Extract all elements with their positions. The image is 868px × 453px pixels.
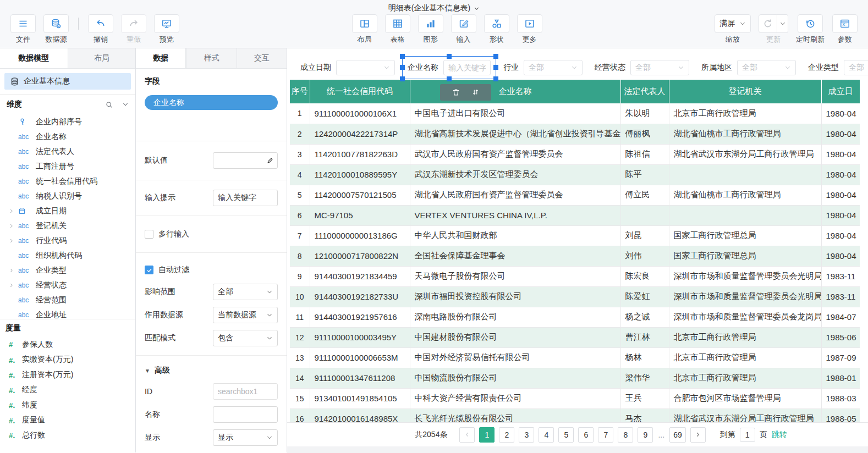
update-button[interactable]: 更新 [759, 14, 788, 45]
selection-handle[interactable] [493, 65, 498, 70]
selection-handle[interactable] [493, 76, 498, 81]
inspector-tab-交互[interactable]: 交互 [237, 48, 287, 68]
keyword-search-input[interactable] [443, 60, 491, 75]
filter-select[interactable]: 全部 [737, 60, 796, 75]
report-canvas[interactable]: 成立日期企业名称行业全部经营状态全部所属地区全部企业类型全部 序号统一社会信用代… [287, 48, 868, 452]
multiline-checkbox-row[interactable]: 多行输入 [145, 226, 278, 242]
checkbox-checked-icon[interactable] [145, 266, 153, 274]
chevron-right-icon[interactable] [9, 283, 15, 288]
datasource-btn-face[interactable] [43, 14, 69, 33]
dimension-field[interactable]: abc经营状态 [0, 278, 135, 292]
default-value-input[interactable] [213, 152, 278, 169]
chevron-right-icon[interactable] [9, 238, 15, 244]
widget-name-field[interactable] [213, 406, 278, 423]
page-button-5[interactable]: 5 [558, 427, 574, 443]
measure-field[interactable]: #.总行数 [0, 428, 135, 443]
match-mode-select[interactable]: 包含 [213, 330, 278, 346]
filter-select[interactable] [336, 60, 395, 75]
inspector-tab-数据[interactable]: 数据 [136, 48, 186, 68]
dimension-field[interactable]: abc纳税人识别号 [0, 189, 135, 203]
update-split-button[interactable] [759, 14, 788, 33]
zoom-button[interactable]: 满屏缩放 [715, 14, 751, 45]
page-button-1[interactable]: 1 [479, 427, 495, 443]
measure-field[interactable]: #.纬度 [0, 397, 135, 413]
dimension-field[interactable]: abc统一社会信用代码 [0, 174, 135, 189]
page-button-6[interactable]: 6 [578, 427, 594, 443]
sidebar-tab-数据模型[interactable]: 数据模型 [0, 48, 68, 68]
chevron-right-icon[interactable] [9, 223, 15, 229]
dimension-field[interactable]: 成立日期 [0, 203, 135, 218]
layout-button[interactable]: 布局 [352, 14, 377, 45]
dimension-field[interactable]: abc组织机构代码 [0, 248, 135, 263]
filter-select[interactable]: 全部 [630, 60, 689, 75]
swap-icon[interactable] [471, 88, 480, 96]
input-btn-face[interactable] [451, 14, 476, 33]
scope-select[interactable]: 全部 [213, 284, 278, 300]
trash-icon[interactable] [452, 88, 460, 97]
page-button-2[interactable]: 2 [499, 427, 514, 443]
data-table[interactable]: 序号统一社会信用代码企业名称法定代表人登记机关成立日 1911100001000… [290, 80, 860, 422]
selection-handle[interactable] [400, 76, 405, 81]
measure-field[interactable]: #.度量值 [0, 413, 135, 428]
goto-page-input[interactable] [740, 428, 755, 442]
report-title-bar[interactable]: 明细表(企业基本信息表) [0, 0, 868, 14]
chevron-down-icon[interactable] [777, 14, 788, 33]
autofilter-checkbox-row[interactable]: 自动过滤 [145, 262, 278, 278]
filter-select[interactable]: 全部 [844, 60, 868, 75]
dimension-field[interactable]: abc法定代表人 [0, 144, 135, 159]
page-button-3[interactable]: 3 [519, 427, 534, 443]
column-header[interactable]: 统一社会信用代码 [310, 80, 410, 103]
last-page-button[interactable]: 69 [669, 427, 686, 443]
table-btn-face[interactable] [385, 14, 410, 33]
sidebar-tab-布局[interactable]: 布局 [68, 48, 136, 68]
apply-datasource-select[interactable]: 当前数据源 [213, 307, 278, 323]
redo-button[interactable]: 重做 [121, 14, 146, 45]
measure-field[interactable]: #参保人数 [0, 337, 135, 352]
zoom-dropdown[interactable]: 满屏 [715, 14, 751, 33]
column-header[interactable]: 序号 [290, 80, 310, 103]
timed-refresh-button[interactable]: 定时刷新 [796, 14, 825, 45]
chart-button[interactable]: 图形 [418, 14, 443, 45]
selection-handle[interactable] [400, 54, 405, 59]
inspector-tab-样式[interactable]: 样式 [186, 48, 236, 68]
params-btn-face[interactable]: X= [832, 14, 858, 33]
input-hint-field[interactable] [213, 190, 278, 206]
input-button[interactable]: 输入 [451, 14, 476, 45]
next-page-button[interactable] [690, 427, 706, 443]
shape-button[interactable]: 形状 [484, 14, 509, 45]
dimension-field[interactable]: abc企业地址 [0, 307, 135, 319]
layout-btn-face[interactable] [352, 14, 377, 33]
more-btn-face[interactable] [517, 14, 542, 33]
datasource-button[interactable]: 数据源 [43, 14, 69, 45]
chart-btn-face[interactable] [418, 14, 443, 33]
table-button[interactable]: 表格 [385, 14, 410, 45]
dimension-field[interactable]: abc经营范围 [0, 292, 135, 307]
file-btn-face[interactable] [10, 14, 36, 33]
sidebar-item-dataset[interactable]: 企业基本信息 [4, 73, 131, 90]
dimension-field[interactable]: abc行业代码 [0, 233, 135, 248]
more-button[interactable]: 更多 [517, 14, 542, 45]
refresh-icon[interactable] [759, 14, 777, 33]
selection-handle[interactable] [447, 54, 452, 59]
preview-btn-face[interactable] [154, 14, 179, 33]
selection-handle[interactable] [493, 54, 498, 59]
chevron-right-icon[interactable] [9, 268, 15, 273]
checkbox-unchecked-icon[interactable] [145, 230, 153, 239]
dimension-field[interactable]: abc工商注册号 [0, 159, 135, 174]
measure-field[interactable]: #.经度 [0, 383, 135, 398]
page-button-8[interactable]: 8 [618, 427, 633, 443]
search-icon[interactable] [105, 101, 113, 109]
shape-btn-face[interactable] [484, 14, 509, 33]
page-button-7[interactable]: 7 [598, 427, 613, 443]
measure-field[interactable]: #.注册资本(万元) [0, 367, 135, 383]
column-header[interactable]: 登记机关 [669, 80, 821, 103]
selection-handle[interactable] [400, 65, 405, 70]
filter-select[interactable]: 全部 [524, 60, 583, 75]
undo-btn-face[interactable] [88, 14, 113, 33]
measure-field[interactable]: #.实缴资本(万元) [0, 352, 135, 368]
column-header[interactable]: 法定代表人 [620, 80, 669, 103]
dimension-field[interactable]: abc企业名称 [0, 129, 135, 144]
preview-button[interactable]: 预览 [154, 14, 179, 45]
dimension-field[interactable]: 企业内部序号 [0, 114, 135, 129]
display-select[interactable]: 显示 [213, 429, 278, 446]
